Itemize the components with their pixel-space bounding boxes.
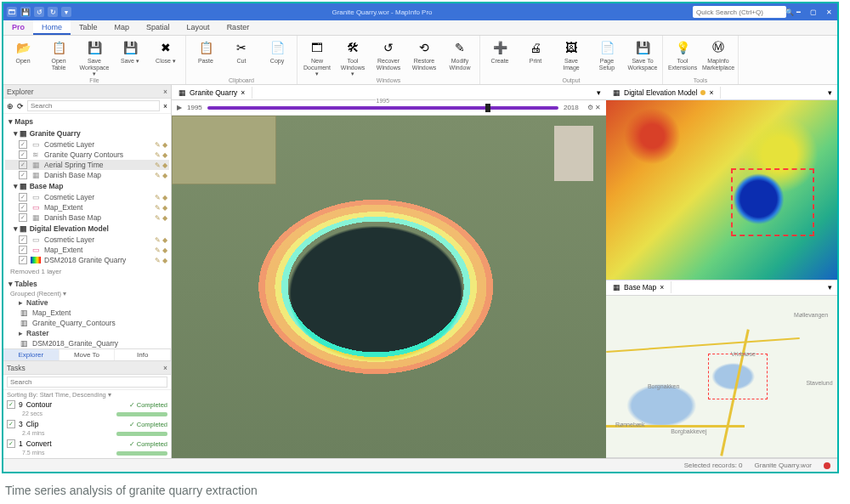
- quick-search[interactable]: 🔍: [693, 6, 786, 18]
- main-map-view[interactable]: [172, 116, 606, 458]
- ribbon-button[interactable]: ↺Recover Windows: [374, 37, 403, 71]
- layer-tools[interactable]: ✎ ◆: [155, 214, 167, 222]
- tables-section[interactable]: ▾ Tables: [5, 278, 169, 290]
- checkbox[interactable]: ✓: [19, 213, 27, 222]
- task-checkbox[interactable]: ✓: [7, 420, 15, 428]
- tasks-search-input[interactable]: [7, 377, 167, 388]
- ribbon-button[interactable]: 📂Open: [8, 37, 37, 65]
- ribbon-button[interactable]: ➕Create: [485, 37, 514, 65]
- task-row[interactable]: ✓3Clip✓ Completed: [3, 419, 171, 429]
- close-icon[interactable]: ×: [163, 88, 167, 96]
- chevron-down-icon[interactable]: ▾: [823, 283, 837, 292]
- explorer-search-input[interactable]: [27, 100, 160, 111]
- chevron-down-icon[interactable]: ▾: [592, 88, 606, 97]
- layer-item[interactable]: ✓▭Cosmetic Layer✎ ◆: [5, 192, 169, 202]
- left-tab-explorer[interactable]: Explorer: [3, 349, 60, 360]
- task-row[interactable]: ✓1Convert✓ Completed: [3, 439, 171, 449]
- layer-tools[interactable]: ✎ ◆: [155, 161, 167, 169]
- task-row[interactable]: ✓9Contour✓ Completed: [3, 399, 171, 410]
- layer-tools[interactable]: ✎ ◆: [155, 141, 167, 149]
- qat-icon[interactable]: ↻: [48, 7, 58, 17]
- ribbon-button[interactable]: 📋Open Table: [44, 37, 73, 71]
- timeline-settings-icon[interactable]: ⚙ ✕: [587, 104, 601, 111]
- checkbox[interactable]: ✓: [19, 161, 27, 169]
- ribbon-button[interactable]: 🗔New Document ▾: [303, 37, 332, 77]
- ribbon-button[interactable]: ⓂMapInfo Marketplace: [704, 37, 733, 71]
- doc-tab-main[interactable]: ▦ Granite Quarry ×: [172, 87, 252, 99]
- layer-item[interactable]: ✓▦Danish Base Map✎ ◆: [5, 170, 169, 180]
- tab-raster[interactable]: Raster: [218, 20, 258, 35]
- tree-section[interactable]: ▾ Maps: [5, 116, 169, 127]
- ribbon-button[interactable]: 📄Page Setup: [592, 37, 621, 71]
- left-tab-info[interactable]: Info: [115, 349, 171, 360]
- qat-icon[interactable]: ▾: [61, 7, 71, 17]
- ribbon-button[interactable]: 🖼Save Image: [557, 37, 586, 71]
- refresh-icon[interactable]: ⟳: [17, 102, 24, 110]
- ribbon-button[interactable]: ✎Modify Window: [445, 37, 474, 71]
- close-icon[interactable]: ×: [163, 364, 167, 372]
- layer-tools[interactable]: ✎ ◆: [155, 172, 167, 179]
- layer-item[interactable]: ✓▦Aerial Spring Time✎ ◆: [5, 160, 169, 170]
- timeline-track[interactable]: 1995: [207, 106, 558, 110]
- task-checkbox[interactable]: ✓: [7, 439, 15, 448]
- layer-tools[interactable]: ✎ ◆: [155, 246, 167, 254]
- qat-icon[interactable]: 💾: [20, 7, 31, 17]
- layer-item[interactable]: ✓▭Map_Extent✎ ◆: [5, 202, 169, 212]
- ribbon-button[interactable]: 💡Tool Extensions: [668, 37, 697, 71]
- layer-item[interactable]: ✓▦Danish Base Map✎ ◆: [5, 212, 169, 223]
- checkbox[interactable]: ✓: [19, 235, 27, 244]
- dem-tab[interactable]: ▦ Digital Elevation Model ×: [606, 87, 721, 99]
- tree-group[interactable]: ▾ ▦ Granite Quarry: [5, 127, 169, 139]
- layer-tools[interactable]: ✎ ◆: [155, 194, 167, 201]
- base-map[interactable]: Møllevangen Stavelund Vridsløse Rønnebæk…: [606, 296, 837, 457]
- quick-search-input[interactable]: [696, 8, 785, 16]
- timeline[interactable]: ▶ 1995 1995 2018 ⚙ ✕: [172, 100, 606, 116]
- layer-item[interactable]: ✓▭Cosmetic Layer✎ ◆: [5, 139, 169, 150]
- table-item[interactable]: ▥Map_Extent: [5, 308, 169, 318]
- tab-spatial[interactable]: Spatial: [138, 20, 178, 35]
- checkbox[interactable]: ✓: [19, 203, 27, 212]
- checkbox[interactable]: ✓: [19, 193, 27, 201]
- chevron-down-icon[interactable]: ▾: [823, 88, 837, 97]
- ribbon-button[interactable]: 💾Save To Workspace: [628, 37, 657, 71]
- minimize-button[interactable]: ━: [793, 8, 803, 16]
- qat-icon[interactable]: 🗔: [7, 7, 17, 17]
- maximize-button[interactable]: ▢: [808, 8, 819, 16]
- close-icon[interactable]: ×: [660, 283, 664, 292]
- close-icon[interactable]: ×: [709, 88, 713, 97]
- layer-tools[interactable]: ✎ ◆: [155, 151, 167, 159]
- layer-item[interactable]: ✓▭Cosmetic Layer✎ ◆: [5, 235, 169, 245]
- ribbon-button[interactable]: 🛠Tool Windows ▾: [338, 37, 367, 77]
- tree-group[interactable]: ▾ ▦ Digital Elevation Model: [5, 223, 169, 235]
- close-icon[interactable]: ×: [241, 88, 245, 97]
- close-button[interactable]: ✕: [824, 8, 834, 16]
- task-checkbox[interactable]: ✓: [7, 400, 15, 409]
- play-icon[interactable]: ▶: [177, 104, 182, 111]
- ribbon-button[interactable]: ✂Cut: [227, 37, 256, 65]
- checkbox[interactable]: ✓: [19, 246, 27, 254]
- left-tab-move[interactable]: Move To: [60, 349, 116, 360]
- checkbox[interactable]: ✓: [19, 171, 27, 179]
- ribbon-button[interactable]: 🖨Print: [521, 37, 550, 65]
- dem-map[interactable]: [606, 100, 837, 280]
- ribbon-button[interactable]: 📄Copy: [263, 37, 292, 65]
- ribbon-button[interactable]: 📋Paste: [191, 37, 220, 65]
- layer-tools[interactable]: ✎ ◆: [155, 204, 167, 212]
- ribbon-button[interactable]: ⟲Restore Windows: [410, 37, 439, 71]
- tables-grouping[interactable]: Grouped (Recent) ▾: [5, 290, 169, 297]
- table-item[interactable]: ▥DSM2018_Granite_Quarry: [5, 338, 169, 348]
- tasks-sorting[interactable]: Sorting By: Start Time, Descending ▾: [3, 390, 171, 399]
- tab-map[interactable]: Map: [106, 20, 139, 35]
- table-group[interactable]: ▸ Raster: [5, 328, 169, 338]
- table-group[interactable]: ▸ Native: [5, 297, 169, 308]
- checkbox[interactable]: ✓: [19, 150, 27, 159]
- clear-icon[interactable]: ×: [163, 102, 167, 110]
- qat-icon[interactable]: ↺: [34, 7, 44, 17]
- table-item[interactable]: ▥Granite_Quarry_Contours: [5, 318, 169, 328]
- ribbon-button[interactable]: 💾Save ▾: [116, 37, 144, 65]
- layer-tools[interactable]: ✎ ◆: [155, 257, 167, 264]
- tree-group[interactable]: ▾ ▦ Base Map: [5, 180, 169, 192]
- ribbon-button[interactable]: 💾Save Workspace ▾: [80, 37, 109, 77]
- basemap-tab[interactable]: ▦ Base Map ×: [606, 281, 672, 293]
- tab-table[interactable]: Table: [71, 20, 106, 35]
